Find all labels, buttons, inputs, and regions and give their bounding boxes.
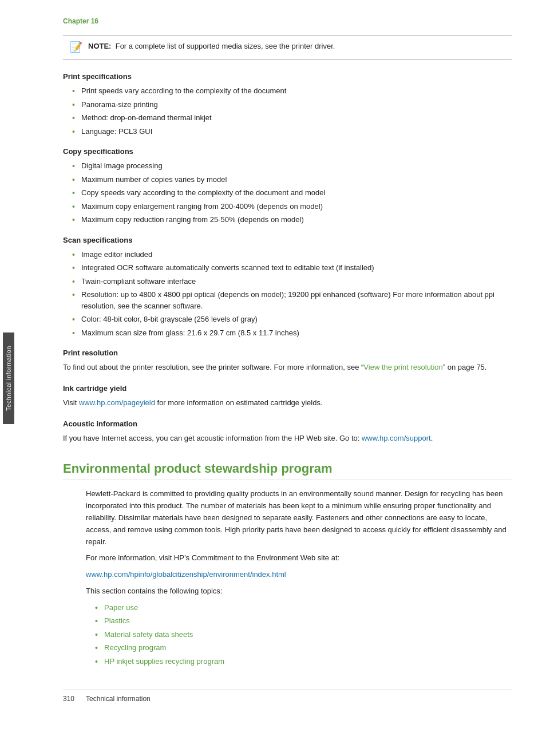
- side-tab: Technical information: [3, 333, 14, 424]
- env-topics-intro: This section contains the following topi…: [86, 585, 512, 597]
- note-icon: 📝: [70, 41, 82, 53]
- material-safety-link[interactable]: Material safety data sheets: [104, 630, 193, 639]
- list-item: Material safety data sheets: [95, 629, 512, 640]
- list-item: Paper use: [95, 602, 512, 613]
- env-topics-list: Paper use Plastics Material safety data …: [86, 602, 512, 667]
- scan-specifications-heading: Scan specifications: [63, 236, 512, 244]
- side-tab-label: Technical information: [5, 346, 12, 411]
- footer-text: Technical information: [86, 695, 151, 703]
- paper-use-link[interactable]: Paper use: [104, 603, 138, 612]
- list-item: Color: 48-bit color, 8-bit grayscale (25…: [72, 314, 512, 325]
- print-resolution-heading: Print resolution: [63, 349, 512, 357]
- list-item: Maximum copy enlargement ranging from 20…: [72, 201, 512, 212]
- recycling-program-link[interactable]: Recycling program: [104, 643, 166, 652]
- list-item: Method: drop-on-demand thermal inkjet: [72, 112, 512, 124]
- copy-specifications-heading: Copy specifications: [63, 147, 512, 156]
- list-item: Maximum scan size from glass: 21.6 x 29.…: [72, 327, 512, 339]
- print-resolution-text-after: ” on page 75.: [443, 363, 487, 371]
- ink-yield-text-before: Visit: [63, 398, 79, 407]
- note-box: 📝 NOTE: For a complete list of supported…: [63, 35, 512, 60]
- footer: 310 Technical information: [63, 690, 512, 703]
- list-item: Plastics: [95, 615, 512, 627]
- list-item: Print speeds vary according to the compl…: [72, 85, 512, 97]
- env-link-para: www.hp.com/hpinfo/globalcitizenship/envi…: [86, 569, 512, 581]
- note-body: For a complete list of supported media s…: [116, 42, 335, 50]
- env-body2-before: For more information, visit HP’s Commitm…: [86, 553, 339, 562]
- scan-specifications-list: Image editor included Integrated OCR sof…: [63, 249, 512, 339]
- list-item: Maximum copy reduction ranging from 25-5…: [72, 214, 512, 225]
- ink-cartridge-yield-heading: Ink cartridge yield: [63, 384, 512, 393]
- plastics-link[interactable]: Plastics: [104, 616, 130, 625]
- print-resolution-text-before: To find out about the printer resolution…: [63, 363, 363, 371]
- acoustic-information-body: If you have Internet access, you can get…: [63, 433, 512, 445]
- environmental-body2: For more information, visit HP’s Commitm…: [86, 552, 512, 564]
- ink-yield-text-after: for more information on estimated cartri…: [155, 398, 323, 407]
- list-item: Resolution: up to 4800 x 4800 ppi optica…: [72, 289, 512, 311]
- list-item: Integrated OCR software automatically co…: [72, 262, 512, 274]
- copy-specifications-list: Digital image processing Maximum number …: [63, 160, 512, 225]
- print-specifications-list: Print speeds vary according to the compl…: [63, 85, 512, 137]
- ink-cartridge-yield-body: Visit www.hp.com/pageyield for more info…: [63, 397, 512, 409]
- list-item: Maximum number of copies varies by model: [72, 174, 512, 185]
- list-item: Twain-compliant software interface: [72, 276, 512, 287]
- note-label: NOTE:: [88, 42, 111, 50]
- chapter-heading: Chapter 16: [63, 17, 512, 25]
- acoustic-information-heading: Acoustic information: [63, 419, 512, 428]
- acoustic-text-before: If you have Internet access, you can get…: [63, 434, 362, 442]
- list-item: Panorama-size printing: [72, 99, 512, 110]
- hp-support-link[interactable]: www.hp.com/support: [362, 434, 431, 442]
- list-item: Language: PCL3 GUI: [72, 126, 512, 137]
- print-resolution-body: To find out about the printer resolution…: [63, 362, 512, 374]
- note-text: NOTE: For a complete list of supported m…: [88, 42, 335, 50]
- hp-inkjet-recycling-link[interactable]: HP inkjet supplies recycling program: [104, 657, 224, 666]
- list-item: Digital image processing: [72, 160, 512, 172]
- footer-page-number: 310: [63, 695, 74, 703]
- environmental-section-heading: Environmental product stewardship progra…: [63, 461, 512, 480]
- environmental-body1: Hewlett-Packard is committed to providin…: [86, 488, 512, 548]
- list-item: Recycling program: [95, 642, 512, 654]
- view-print-resolution-link[interactable]: View the print resolution: [363, 363, 443, 371]
- environment-link[interactable]: www.hp.com/hpinfo/globalcitizenship/envi…: [86, 570, 286, 579]
- list-item: Copy speeds vary according to the comple…: [72, 187, 512, 199]
- print-specifications-heading: Print specifications: [63, 72, 512, 81]
- acoustic-text-after: .: [431, 434, 433, 442]
- list-item: Image editor included: [72, 249, 512, 260]
- pageyield-link[interactable]: www.hp.com/pageyield: [79, 398, 155, 407]
- list-item: HP inkjet supplies recycling program: [95, 656, 512, 667]
